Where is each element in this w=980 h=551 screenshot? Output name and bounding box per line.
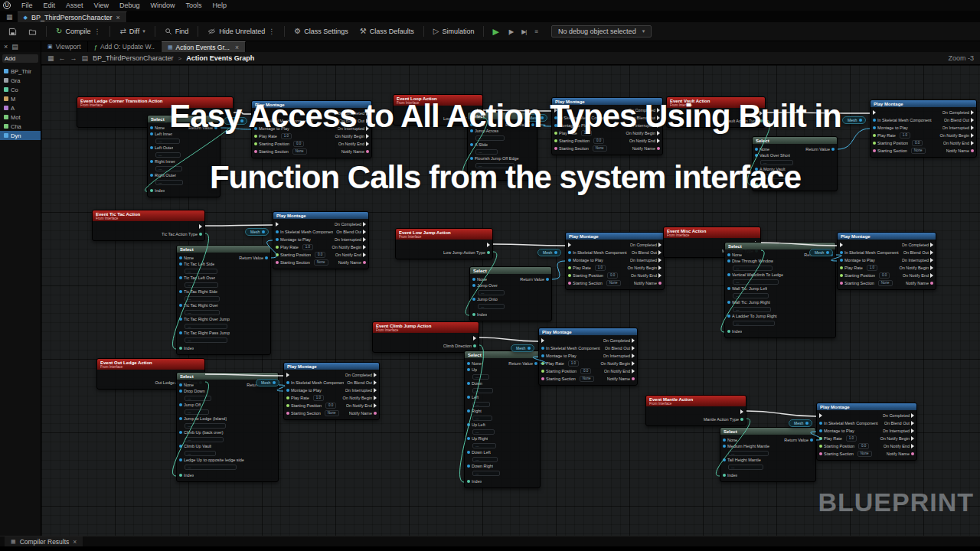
graph-node-select-mantle[interactable]: SelectNoneReturn ValueMedium Height Mant… xyxy=(720,427,816,482)
pin-value-chip[interactable]: … xyxy=(185,269,217,274)
add-button[interactable]: Add xyxy=(2,54,38,63)
graph-node-montage-tictac[interactable]: Play MontageOn CompletedIn Skeletal Mesh… xyxy=(273,211,369,269)
object-pin[interactable] xyxy=(859,119,862,122)
object-pin[interactable] xyxy=(568,251,571,254)
exec-pin[interactable] xyxy=(374,388,377,393)
exec-pin[interactable] xyxy=(363,230,366,234)
exec-pin[interactable] xyxy=(657,139,660,143)
object-pin[interactable] xyxy=(534,362,537,365)
pin-value-chip[interactable]: … xyxy=(185,324,227,329)
node-header[interactable]: Play Montage xyxy=(539,328,637,335)
exec-pin[interactable] xyxy=(657,116,660,120)
exec-pin[interactable] xyxy=(374,403,377,408)
node-header[interactable]: Select xyxy=(470,267,551,274)
exec-pin[interactable] xyxy=(632,361,635,366)
step-button[interactable]: ▶| xyxy=(519,28,528,35)
enum-pin[interactable] xyxy=(487,251,490,254)
pin-value-chip[interactable]: … xyxy=(155,166,182,171)
name-pin[interactable] xyxy=(568,282,571,285)
name-pin[interactable] xyxy=(658,282,662,285)
compiler-results-tab[interactable]: ▦ Compiler Results × xyxy=(5,536,83,546)
exec-pin[interactable] xyxy=(657,131,660,135)
exec-pin[interactable] xyxy=(873,110,876,115)
float-pin[interactable] xyxy=(541,362,544,365)
float-pin[interactable] xyxy=(286,396,289,399)
object-pin[interactable] xyxy=(179,403,182,406)
object-pin[interactable] xyxy=(541,116,544,119)
pin-value-chip[interactable]: 0.0 xyxy=(593,138,604,144)
exec-pin[interactable] xyxy=(363,237,366,242)
graph-node-event-climbjump[interactable]: Event Climb Jump ActionFrom InterfaceCli… xyxy=(372,321,479,353)
close-icon[interactable]: × xyxy=(116,14,119,21)
object-pin[interactable] xyxy=(470,123,473,126)
pin-value-chip[interactable]: None xyxy=(314,259,328,266)
object-pin[interactable] xyxy=(727,301,730,304)
enum-pin[interactable] xyxy=(760,119,763,122)
object-pin[interactable] xyxy=(568,259,571,262)
graph-node-montage-ledge-corner[interactable]: Play MontageOn CompletedIn Skeletal Mesh… xyxy=(251,100,372,158)
exec-pin[interactable] xyxy=(554,108,557,112)
pin-value-chip[interactable]: … xyxy=(472,457,498,462)
object-pin[interactable] xyxy=(179,318,182,321)
pin-value-chip[interactable]: None xyxy=(580,376,594,382)
object-pin[interactable] xyxy=(727,273,730,276)
node-header[interactable]: Event Out Ledge ActionFrom Interface xyxy=(97,359,204,370)
pin-value-chip[interactable]: … xyxy=(185,296,220,302)
exec-pin[interactable] xyxy=(632,338,635,343)
layout-grid-icon[interactable]: ▦ xyxy=(0,13,18,22)
pin-value-chip[interactable]: … xyxy=(185,310,220,315)
pin-value-chip[interactable]: None xyxy=(606,280,621,286)
float-pin[interactable] xyxy=(276,253,279,256)
exec-pin[interactable] xyxy=(930,258,933,262)
pin-value-chip[interactable]: … xyxy=(728,451,769,456)
exec-pin[interactable] xyxy=(632,346,635,350)
exec-pin[interactable] xyxy=(658,243,662,247)
object-pin[interactable] xyxy=(873,119,876,122)
grid-icon[interactable]: ▦ xyxy=(47,54,54,62)
save-button[interactable] xyxy=(5,26,21,37)
sidebar-item-components[interactable]: Co xyxy=(0,85,41,94)
object-pin[interactable] xyxy=(755,148,758,151)
pin-value-chip[interactable]: … xyxy=(472,416,492,421)
pin-value-chip[interactable]: … xyxy=(475,163,514,168)
menu-file[interactable]: File xyxy=(17,2,38,9)
variable-pill-mesh-vault[interactable]: Mesh xyxy=(842,116,866,124)
object-pin[interactable] xyxy=(819,422,822,425)
back-arrow-icon[interactable]: ← xyxy=(59,54,66,62)
pin-value-chip[interactable]: … xyxy=(760,174,790,179)
pin-value-chip[interactable]: 1.0 xyxy=(595,265,606,271)
exec-pin[interactable] xyxy=(911,413,914,418)
object-pin[interactable] xyxy=(727,315,730,318)
graph-node-event-vault[interactable]: Event Vault ActionFrom InterfaceVault Ac… xyxy=(666,96,766,128)
pin-value-chip[interactable]: … xyxy=(185,337,227,343)
pin-value-chip[interactable]: None xyxy=(911,148,926,154)
sidebar-item-bp-thirdperson[interactable]: BP_Thir xyxy=(0,67,41,76)
float-pin[interactable] xyxy=(819,445,822,448)
pin-value-chip[interactable]: … xyxy=(472,471,500,476)
object-pin[interactable] xyxy=(472,298,475,301)
name-pin[interactable] xyxy=(840,282,843,285)
sidebar-item-interfaces[interactable]: A xyxy=(0,103,41,112)
pin-value-chip[interactable]: … xyxy=(155,152,181,158)
pin-value-chip[interactable]: 1.0 xyxy=(900,132,910,139)
enum-pin[interactable] xyxy=(179,474,182,477)
object-pin[interactable] xyxy=(179,276,182,279)
breadcrumb-root[interactable]: BP_ThirdPersonCharacter xyxy=(93,54,174,62)
menu-edit[interactable]: Edit xyxy=(39,2,60,9)
graph-node-montage-climbjump[interactable]: Play MontageOn CompletedIn Skeletal Mesh… xyxy=(538,328,638,386)
pin-value-chip[interactable]: … xyxy=(185,396,211,401)
graph-node-montage-outledge[interactable]: Play MontageOn CompletedIn Skeletal Mesh… xyxy=(283,362,380,420)
float-pin[interactable] xyxy=(873,134,876,137)
pin-value-chip[interactable]: … xyxy=(472,402,490,407)
name-pin[interactable] xyxy=(541,377,544,380)
graph-node-select-climbjump[interactable]: SelectNoneReturn ValueUp…Down…Left…Right… xyxy=(464,350,541,488)
exec-pin[interactable] xyxy=(658,266,662,270)
node-header[interactable]: Event Climb Jump ActionFrom Interface xyxy=(373,322,479,333)
node-header[interactable]: Event Loop ActionFrom Interface xyxy=(394,95,482,106)
pin-value-chip[interactable]: … xyxy=(472,443,496,448)
debug-object-dropdown[interactable]: No debug object selected ▾ xyxy=(551,25,652,37)
exec-pin[interactable] xyxy=(658,250,662,255)
sidebar-item-graphs[interactable]: Gra xyxy=(0,76,41,85)
object-pin[interactable] xyxy=(150,174,153,177)
exec-pin[interactable] xyxy=(286,373,289,377)
